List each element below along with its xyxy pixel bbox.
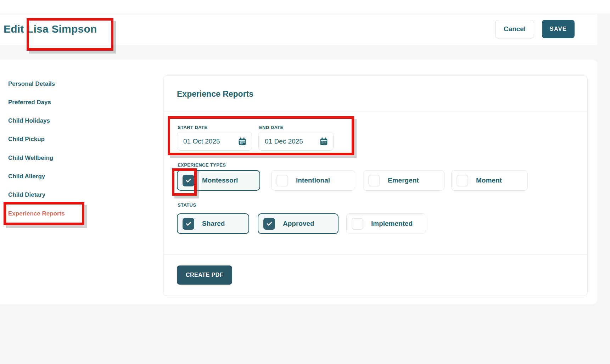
calendar-icon[interactable]	[319, 137, 328, 146]
panel-title: Experience Reports	[177, 89, 253, 99]
sidebar-item-child-pickup[interactable]: Child Pickup	[8, 136, 45, 143]
status-approved[interactable]: Approved	[258, 213, 338, 234]
sidebar-item-preferred-days[interactable]: Preferred Days	[8, 99, 51, 106]
panel-header-divider	[163, 111, 587, 111]
start-date-input[interactable]: 01 Oct 2025	[177, 132, 252, 151]
start-date-label: START DATE	[178, 125, 207, 130]
sidebar-item-personal-details[interactable]: Personal Details	[8, 80, 55, 88]
sidebar-item-child-wellbeing[interactable]: Child Wellbeing	[8, 155, 53, 162]
checkmark-icon	[266, 220, 273, 227]
end-date-label: END DATE	[259, 125, 284, 130]
checkmark-icon	[185, 220, 192, 227]
sidebar-item-child-holidays[interactable]: Child Holidays	[8, 117, 50, 124]
experience-type-montessori[interactable]: Montessori	[177, 170, 260, 191]
montessori-label: Montessori	[202, 177, 238, 184]
emergent-checkbox[interactable]	[368, 175, 380, 186]
end-date-input[interactable]: 01 Dec 2025	[258, 132, 334, 151]
top-strip	[0, 0, 610, 14]
implemented-checkbox[interactable]	[352, 218, 363, 230]
page-title-prefix: Edit	[4, 23, 24, 35]
moment-label: Moment	[476, 177, 502, 184]
start-date-value: 01 Oct 2025	[183, 138, 220, 145]
approved-label: Approved	[283, 220, 314, 228]
checkmark-icon	[185, 177, 192, 184]
experience-type-intentional[interactable]: Intentional	[271, 170, 355, 191]
experience-reports-panel: Experience Reports START DATE 01 Oct 202…	[163, 75, 588, 296]
experience-types-label: EXPERIENCE TYPES	[178, 162, 226, 168]
sidebar-item-child-dietary[interactable]: Child Dietary	[8, 191, 45, 198]
save-button[interactable]: SAVE	[542, 20, 575, 38]
moment-checkbox[interactable]	[457, 175, 468, 186]
implemented-label: Implemented	[371, 220, 413, 228]
calendar-icon[interactable]	[238, 137, 247, 146]
panel-footer-divider	[163, 254, 587, 255]
status-shared[interactable]: Shared	[177, 213, 249, 234]
page-header: Edit Lisa Simpson Cancel SAVE	[0, 15, 597, 45]
end-date-value: 01 Dec 2025	[265, 138, 303, 145]
shared-label: Shared	[202, 220, 225, 228]
sidebar-item-experience-reports[interactable]: Experience Reports	[8, 210, 65, 217]
status-implemented[interactable]: Implemented	[346, 213, 426, 234]
intentional-checkbox[interactable]	[276, 175, 288, 186]
approved-checkbox[interactable]	[263, 218, 275, 230]
cancel-button[interactable]: Cancel	[495, 20, 534, 38]
page-title-name: Lisa Simpson	[27, 23, 97, 35]
experience-type-moment[interactable]: Moment	[451, 170, 528, 191]
sidebar-item-child-allergy[interactable]: Child Allergy	[8, 173, 45, 180]
status-label: STATUS	[178, 202, 196, 208]
intentional-label: Intentional	[296, 177, 330, 184]
page-title: Edit Lisa Simpson	[4, 23, 97, 35]
experience-type-emergent[interactable]: Emergent	[363, 170, 444, 191]
montessori-checkbox[interactable]	[183, 175, 194, 186]
edit-child-page: Edit Lisa Simpson Cancel SAVE Personal D…	[0, 0, 610, 364]
shared-checkbox[interactable]	[183, 218, 194, 230]
create-pdf-button[interactable]: CREATE PDF	[177, 265, 232, 285]
emergent-label: Emergent	[388, 177, 419, 184]
